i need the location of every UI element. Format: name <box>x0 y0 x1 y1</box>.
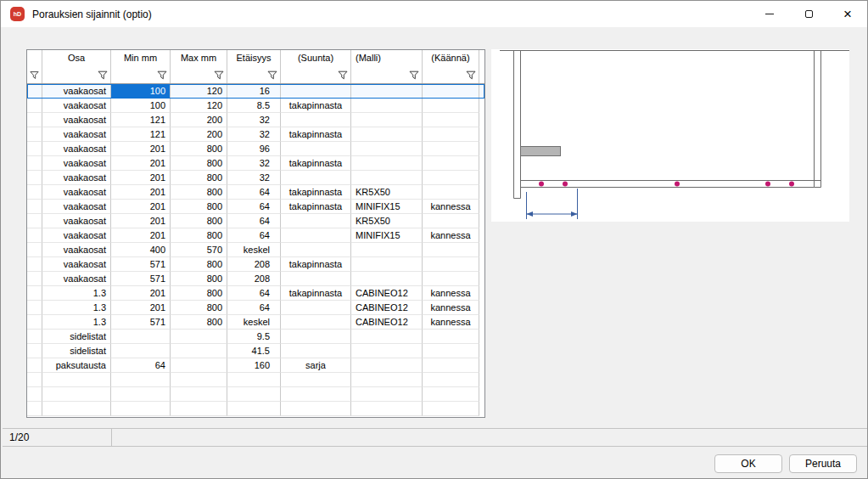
column-header-suunta[interactable]: (Suunta) <box>281 50 351 66</box>
cell-etaisyys[interactable]: 208 <box>227 257 281 272</box>
cell-osa[interactable]: vaakaosat <box>42 99 111 113</box>
cell-suunta[interactable]: takapinnasta <box>281 286 351 301</box>
cell-etaisyys[interactable]: 64 <box>227 228 281 243</box>
cell-osa[interactable]: vaakaosat <box>42 156 111 171</box>
table-row[interactable]: vaakaosat20180032 <box>27 171 484 185</box>
cell-max_mm[interactable]: 800 <box>171 272 227 286</box>
row-selector[interactable] <box>27 315 42 330</box>
cell-min_mm[interactable]: 201 <box>111 200 171 214</box>
cell-min_mm[interactable]: 201 <box>111 156 171 171</box>
cell-etaisyys[interactable]: 64 <box>227 200 281 214</box>
cell-malli[interactable]: CABINEO12 <box>351 301 423 315</box>
cell-suunta[interactable]: takapinnasta <box>281 200 351 214</box>
row-selector[interactable] <box>27 344 42 358</box>
cell-osa[interactable]: vaakaosat <box>42 84 111 99</box>
row-selector[interactable] <box>27 272 42 286</box>
cell-max_mm[interactable]: 800 <box>171 171 227 185</box>
cell-max_mm[interactable] <box>171 344 227 358</box>
column-header-max_mm[interactable]: Max mm <box>171 50 227 66</box>
cell-osa[interactable]: 1.3 <box>42 301 111 315</box>
cell-min_mm[interactable]: 100 <box>111 99 171 113</box>
cell-max_mm[interactable] <box>171 358 227 373</box>
cell-max_mm[interactable]: 800 <box>171 228 227 243</box>
cell-osa[interactable]: vaakaosat <box>42 243 111 257</box>
cell-kaanna[interactable] <box>423 84 479 99</box>
row-selector[interactable] <box>27 358 42 373</box>
table-row[interactable]: vaakaosat1001208.5takapinnasta <box>27 99 484 113</box>
cell-osa[interactable]: vaakaosat <box>42 171 111 185</box>
cell-etaisyys[interactable]: keskel <box>227 315 281 330</box>
cell-max_mm[interactable]: 200 <box>171 113 227 127</box>
table-row[interactable]: paksutausta64160sarja <box>27 358 484 373</box>
cell-suunta[interactable]: sarja <box>281 358 351 373</box>
cell-max_mm[interactable]: 800 <box>171 286 227 301</box>
cell-suunta[interactable] <box>281 142 351 156</box>
cell-min_mm[interactable]: 201 <box>111 142 171 156</box>
cell-etaisyys[interactable]: 32 <box>227 156 281 171</box>
cell-suunta[interactable] <box>281 272 351 286</box>
cell-suunta[interactable] <box>281 228 351 243</box>
cell-min_mm[interactable] <box>111 344 171 358</box>
table-row[interactable]: sidelistat9.5 <box>27 330 484 344</box>
row-selector[interactable] <box>27 156 42 171</box>
cell-suunta[interactable] <box>281 330 351 344</box>
cell-kaanna[interactable] <box>423 99 479 113</box>
cell-kaanna[interactable]: kannessa <box>423 315 479 330</box>
column-header-min_mm[interactable]: Min mm <box>111 50 171 66</box>
filter-button-suunta[interactable] <box>281 66 351 83</box>
cell-suunta[interactable]: takapinnasta <box>281 127 351 142</box>
cell-kaanna[interactable] <box>423 127 479 142</box>
cell-kaanna[interactable] <box>423 272 479 286</box>
cell-osa[interactable]: vaakaosat <box>42 185 111 200</box>
cell-min_mm[interactable]: 201 <box>111 171 171 185</box>
empty-row[interactable] <box>27 402 484 416</box>
cell-max_mm[interactable]: 570 <box>171 243 227 257</box>
cell-min_mm[interactable]: 100 <box>111 84 171 99</box>
cell-etaisyys[interactable]: 64 <box>227 214 281 228</box>
cell-max_mm[interactable]: 120 <box>171 99 227 113</box>
cell-malli[interactable] <box>351 156 423 171</box>
cell-etaisyys[interactable]: 41.5 <box>227 344 281 358</box>
cell-malli[interactable] <box>351 99 423 113</box>
filter-button-kaanna[interactable] <box>423 66 479 83</box>
filter-button-etaisyys[interactable] <box>227 66 281 83</box>
row-selector[interactable] <box>27 243 42 257</box>
cell-suunta[interactable] <box>281 243 351 257</box>
cell-suunta[interactable] <box>281 84 351 99</box>
cell-min_mm[interactable]: 121 <box>111 113 171 127</box>
row-selector[interactable] <box>27 113 42 127</box>
table-row[interactable]: sidelistat41.5 <box>27 344 484 358</box>
cell-malli[interactable]: MINIFIX15 <box>351 228 423 243</box>
cell-min_mm[interactable]: 571 <box>111 315 171 330</box>
cell-malli[interactable] <box>351 84 423 99</box>
cancel-button[interactable]: Peruuta <box>789 454 857 473</box>
empty-row[interactable] <box>27 373 484 387</box>
row-selector[interactable] <box>27 142 42 156</box>
filter-button-max_mm[interactable] <box>171 66 227 83</box>
cell-osa[interactable]: vaakaosat <box>42 214 111 228</box>
cell-max_mm[interactable] <box>171 330 227 344</box>
row-selector[interactable] <box>27 200 42 214</box>
cell-min_mm[interactable]: 201 <box>111 286 171 301</box>
cell-etaisyys[interactable]: 9.5 <box>227 330 281 344</box>
cell-malli[interactable] <box>351 358 423 373</box>
cell-kaanna[interactable] <box>423 113 479 127</box>
cell-malli[interactable] <box>351 243 423 257</box>
cell-min_mm[interactable]: 400 <box>111 243 171 257</box>
close-button[interactable]: × <box>828 1 867 27</box>
row-selector[interactable] <box>27 330 42 344</box>
cell-osa[interactable]: vaakaosat <box>42 272 111 286</box>
row-selector[interactable] <box>27 228 42 243</box>
cell-etaisyys[interactable]: 32 <box>227 171 281 185</box>
cell-osa[interactable]: 1.3 <box>42 315 111 330</box>
row-selector[interactable] <box>27 171 42 185</box>
cell-kaanna[interactable] <box>423 142 479 156</box>
table-row[interactable]: vaakaosat12120032takapinnasta <box>27 127 484 142</box>
table-row[interactable]: vaakaosat20180064MINIFIX15kannessa <box>27 228 484 243</box>
cell-suunta[interactable] <box>281 214 351 228</box>
cell-suunta[interactable] <box>281 171 351 185</box>
cell-min_mm[interactable]: 571 <box>111 257 171 272</box>
column-header-malli[interactable]: (Malli) <box>351 50 423 66</box>
cell-suunta[interactable]: takapinnasta <box>281 257 351 272</box>
cell-max_mm[interactable]: 800 <box>171 185 227 200</box>
